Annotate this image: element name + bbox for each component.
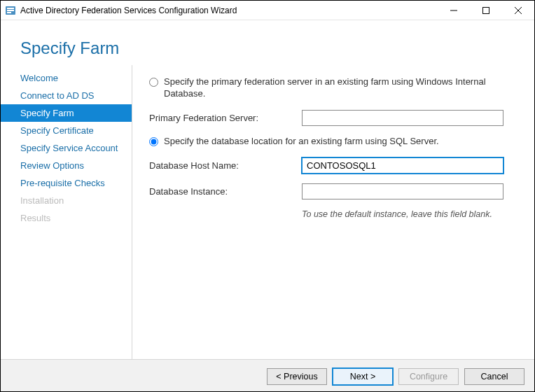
content-panel: Specify the primary federation server in… <box>132 65 534 359</box>
svg-rect-2 <box>7 10 14 11</box>
titlebar: Active Directory Federation Services Con… <box>1 1 534 20</box>
sidebar-item-specify-certificate[interactable]: Specify Certificate <box>1 122 132 139</box>
sidebar-item-review-options[interactable]: Review Options <box>1 157 132 174</box>
previous-button[interactable]: < Previous <box>267 368 327 385</box>
db-host-input[interactable] <box>302 158 503 174</box>
maximize-button[interactable] <box>470 1 502 20</box>
sidebar-item-prerequisite-checks[interactable]: Pre-requisite Checks <box>1 174 132 192</box>
db-instance-row: Database Instance: <box>149 183 517 200</box>
option-wid-radio[interactable] <box>149 78 158 87</box>
page-title: Specify Farm <box>20 38 534 58</box>
minimize-button[interactable] <box>438 1 470 20</box>
option-sql-radio[interactable] <box>149 137 158 146</box>
db-host-row: Database Host Name: <box>149 158 517 174</box>
db-host-label: Database Host Name: <box>149 160 302 171</box>
wizard-body: Welcome Connect to AD DS Specify Farm Sp… <box>1 65 534 359</box>
sidebar-item-specify-farm[interactable]: Specify Farm <box>1 104 132 122</box>
cancel-button[interactable]: Cancel <box>464 368 524 385</box>
window-title: Active Directory Federation Services Con… <box>20 6 438 15</box>
option-sql-row: Specify the database location for an exi… <box>149 136 517 148</box>
option-sql-label[interactable]: Specify the database location for an exi… <box>164 136 517 148</box>
option-wid-label[interactable]: Specify the primary federation server in… <box>164 76 517 100</box>
sidebar-item-connect-ad-ds[interactable]: Connect to AD DS <box>1 87 132 104</box>
sidebar-item-results: Results <box>1 209 132 227</box>
primary-server-label: Primary Federation Server: <box>149 113 302 123</box>
db-instance-hint: To use the default instance, leave this … <box>302 209 517 219</box>
svg-rect-1 <box>7 8 14 9</box>
sidebar-item-installation: Installation <box>1 192 132 209</box>
configure-button: Configure <box>398 368 459 385</box>
next-button[interactable]: Next > <box>333 368 393 385</box>
db-instance-label: Database Instance: <box>149 186 302 197</box>
window-buttons <box>438 1 534 20</box>
sidebar-item-welcome[interactable]: Welcome <box>1 69 132 87</box>
primary-server-input <box>302 110 503 126</box>
sidebar: Welcome Connect to AD DS Specify Farm Sp… <box>1 65 132 359</box>
db-instance-input[interactable] <box>302 183 503 200</box>
primary-server-row: Primary Federation Server: <box>149 110 517 126</box>
svg-rect-5 <box>483 7 489 13</box>
wizard-footer: < Previous Next > Configure Cancel <box>1 359 534 392</box>
close-button[interactable] <box>502 1 534 20</box>
option-wid-row: Specify the primary federation server in… <box>149 76 517 100</box>
app-icon <box>5 5 16 16</box>
svg-rect-3 <box>7 12 11 13</box>
page-header: Specify Farm <box>1 20 534 65</box>
sidebar-item-specify-service-account[interactable]: Specify Service Account <box>1 139 132 157</box>
